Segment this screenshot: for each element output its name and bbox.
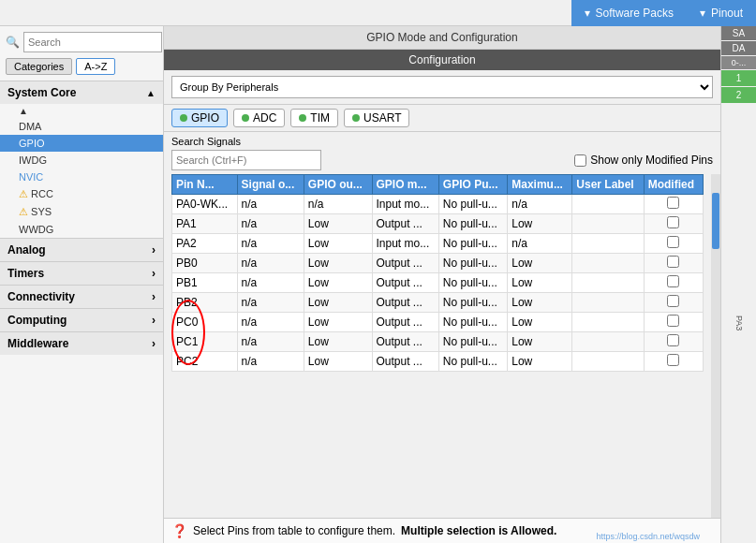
sidebar-section-timers[interactable]: Timers › [0,261,163,285]
table-cell: Low [508,352,572,372]
group-by-select[interactable]: Group By Peripherals [171,76,713,98]
sidebar-search-row: 🔍 ⚙ [0,26,163,58]
group-by-row: Group By Peripherals [164,70,720,105]
sidebar-section-computing[interactable]: Computing › [0,308,163,331]
filter-tab-tim[interactable]: TIM [290,109,338,127]
table-cell: No pull-u... [438,214,507,234]
table-cell: Low [304,214,372,234]
table-cell: Output ... [372,313,438,332]
tab-categories[interactable]: Categories [6,58,72,75]
sidebar-search-input[interactable] [23,32,162,52]
modified-cell[interactable] [644,214,703,234]
table-cell: n/a [237,195,304,214]
table-cell [572,352,644,372]
table-cell: Output ... [372,332,438,352]
sidebar-section-connectivity[interactable]: Connectivity › [0,285,163,308]
main-layout: 🔍 ⚙ Categories A->Z System Core ▲ ▲ DMA … [0,26,756,543]
search-input[interactable] [171,150,321,170]
sidebar-item-rcc[interactable]: RCC [0,185,163,203]
table-cell: No pull-u... [438,352,507,372]
sidebar-section-middleware[interactable]: Middleware › [0,331,163,355]
table-row[interactable]: PC1n/aLowOutput ...No pull-u...Low [172,332,704,352]
table-cell: n/a [237,332,304,352]
modified-cell[interactable] [644,273,703,293]
modified-checkbox[interactable] [667,256,679,268]
computing-label: Computing [7,314,67,327]
table-row[interactable]: PB1n/aLowOutput ...No pull-u...Low [172,273,704,293]
table-cell [572,214,644,234]
sidebar-item-wwdg[interactable]: WWDG [0,221,163,238]
sidebar-item-nvic[interactable]: NVIC [0,169,163,185]
filter-tab-usart[interactable]: USART [344,109,409,127]
modified-cell[interactable] [644,332,703,352]
modified-cell[interactable] [644,254,703,273]
chip-da: DA [721,41,756,55]
modified-checkbox[interactable] [667,197,679,209]
modified-cell[interactable] [644,352,703,372]
modified-checkbox[interactable] [667,334,679,346]
show-modified-checkbox[interactable] [574,154,586,167]
filter-tab-gpio[interactable]: GPIO [171,109,228,127]
table-row[interactable]: PA0-WK...n/an/aInput mo...No pull-u...n/… [172,195,704,214]
sidebar-item-iwdg[interactable]: IWDG [0,152,163,169]
col-gpio-out: GPIO ou... [304,175,372,195]
search-signals-section: Search Signals Show only Modified Pins [164,132,720,174]
sidebar-item-sys[interactable]: SYS [0,203,163,221]
table-row[interactable]: PB0n/aLowOutput ...No pull-u...Low [172,254,704,273]
table-cell: Low [304,234,372,254]
modified-checkbox[interactable] [667,216,679,228]
chip-n2: 2 [721,87,756,103]
modified-checkbox[interactable] [667,354,679,366]
modified-cell[interactable] [644,293,703,313]
modified-checkbox[interactable] [667,315,679,327]
table-cell: n/a [237,313,304,332]
table-row[interactable]: PA2n/aLowInput mo...No pull-u...n/a [172,234,704,254]
table-cell: Output ... [372,352,438,372]
gpio-table: Pin N... Signal o... GPIO ou... GPIO m..… [171,174,704,372]
table-container: Pin N... Signal o... GPIO ou... GPIO m..… [164,174,711,518]
scrollbar[interactable] [711,174,720,518]
table-cell: Output ... [372,254,438,273]
tab-az[interactable]: A->Z [76,58,115,75]
system-core-header[interactable]: System Core ▲ [0,81,163,104]
table-cell: PC2 [172,352,238,372]
sidebar-item-gpio[interactable]: GPIO [0,135,163,152]
modified-cell[interactable] [644,234,703,254]
chevron-down-icon: ▾ [585,7,590,20]
modified-checkbox[interactable] [667,295,679,307]
table-cell: Low [508,273,572,293]
table-row[interactable]: PC2n/aLowOutput ...No pull-u...Low [172,352,704,372]
table-cell: n/a [508,195,572,214]
filter-tab-adc[interactable]: ADC [233,109,285,127]
search-icon: 🔍 [6,36,20,49]
config-bar: Configuration [164,50,720,70]
table-cell: Low [508,214,572,234]
sidebar-section-analog[interactable]: Analog › [0,238,163,261]
modified-cell[interactable] [644,195,703,214]
table-row[interactable]: PC0n/aLowOutput ...No pull-u...Low [172,313,704,332]
software-packs-button[interactable]: ▾ Software Packs [571,0,687,26]
table-header-row: Pin N... Signal o... GPIO ou... GPIO m..… [172,175,704,195]
table-cell: PA0-WK... [172,195,238,214]
table-cell: n/a [237,214,304,234]
col-gpio-pu: GPIO Pu... [438,175,507,195]
table-wrapper[interactable]: Pin N... Signal o... GPIO ou... GPIO m..… [171,174,704,518]
table-row[interactable]: PB2n/aLowOutput ...No pull-u...Low [172,293,704,313]
pinout-button[interactable]: ▾ Pinout [687,0,756,26]
modified-checkbox[interactable] [667,236,679,248]
table-row[interactable]: PA1n/aLowOutput ...No pull-u...Low [172,214,704,234]
sidebar-item-dma[interactable]: DMA [0,118,163,135]
modified-checkbox[interactable] [667,275,679,287]
table-cell [572,195,644,214]
table-cell: n/a [237,293,304,313]
show-modified-label: Show only Modified Pins [590,154,713,167]
adc-tab-label: ADC [253,111,276,125]
table-cell: n/a [237,234,304,254]
analog-label: Analog [7,243,46,257]
chevron-right-icon: › [152,243,156,257]
table-cell: Input mo... [372,234,438,254]
chip-n0: 0-... [721,56,756,69]
modified-cell[interactable] [644,313,703,332]
table-cell: Low [508,254,572,273]
chip-sa: SA [721,26,756,40]
